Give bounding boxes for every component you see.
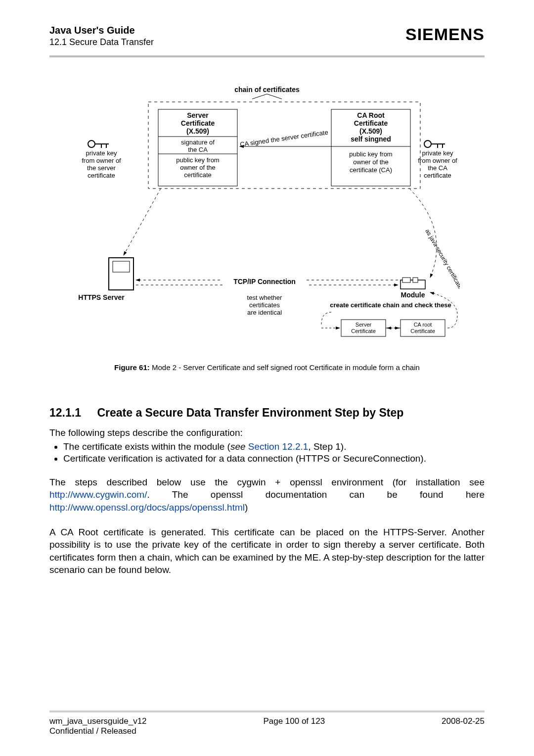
svg-text:create certificate chain and c: create certificate chain and check these	[330, 301, 451, 309]
svg-text:(X.509): (X.509)	[186, 127, 209, 135]
footer-classification: Confidential / Released	[49, 726, 147, 736]
svg-text:as java security certificate: as java security certificate	[424, 228, 460, 290]
link-cygwin[interactable]: http://www.cygwin.com/	[49, 489, 147, 500]
figure-61: chain of certificates Server Certificate…	[49, 82, 485, 372]
config-bullets: The certificate exists within the module…	[63, 441, 485, 464]
svg-text:Certificate: Certificate	[354, 119, 388, 127]
svg-text:Certificate: Certificate	[410, 328, 435, 334]
svg-text:Server: Server	[187, 111, 209, 119]
svg-text:test whether: test whether	[247, 294, 282, 301]
svg-text:CA Root: CA Root	[357, 111, 385, 119]
svg-text:chain of certificates: chain of certificates	[234, 86, 300, 94]
svg-rect-43	[402, 278, 410, 283]
key-icon	[424, 141, 445, 148]
svg-rect-40	[113, 261, 130, 272]
svg-text:private key: private key	[422, 149, 453, 157]
link-openssl[interactable]: http://www.openssl.org/docs/apps/openssl…	[49, 502, 245, 513]
footer-date: 2008-02-25	[442, 716, 485, 736]
footer-page-number: Page 100 of 123	[263, 716, 325, 736]
footer-divider	[49, 710, 485, 712]
svg-text:public key from: public key from	[349, 150, 392, 158]
svg-rect-44	[413, 278, 418, 283]
brand-logo: SIEMENS	[405, 25, 485, 44]
svg-text:Certificate: Certificate	[181, 119, 215, 127]
svg-text:(X.509): (X.509)	[359, 127, 382, 135]
svg-text:the CA: the CA	[188, 146, 208, 153]
svg-text:Server: Server	[356, 322, 372, 328]
diagram-svg: chain of certificates Server Certificate…	[74, 82, 460, 359]
svg-text:owner of the: owner of the	[180, 164, 216, 171]
page-header: Java User's Guide 12.1 Secure Data Trans…	[49, 25, 485, 52]
figure-caption: Figure 61: Mode 2 - Server Certificate a…	[114, 363, 420, 372]
svg-text:the server: the server	[87, 164, 116, 172]
svg-point-21	[88, 141, 95, 147]
svg-text:certificate: certificate	[424, 172, 451, 179]
para-env: The steps described below use the cygwin…	[49, 476, 485, 514]
svg-text:Certificate: Certificate	[351, 328, 376, 334]
para-ca-root: A CA Root certificate is generated. This…	[49, 526, 485, 577]
svg-text:are identical: are identical	[247, 309, 282, 316]
doc-section: 12.1 Secure Data Transfer	[49, 37, 154, 47]
svg-text:private key: private key	[86, 149, 117, 157]
svg-text:Module: Module	[401, 291, 425, 299]
svg-text:owner of the: owner of the	[353, 158, 389, 166]
svg-text:certificates: certificates	[249, 301, 280, 309]
svg-text:certificate (CA): certificate (CA)	[350, 166, 392, 174]
svg-text:self singned: self singned	[351, 135, 391, 143]
bullet-2: Certificate verification is activated fo…	[63, 453, 485, 464]
svg-text:from owner of: from owner of	[418, 157, 457, 164]
svg-text:CA root: CA root	[414, 322, 432, 328]
bullet-1: The certificate exists within the module…	[63, 441, 485, 452]
svg-text:HTTPS Server: HTTPS Server	[78, 293, 125, 301]
page-footer: wm_java_usersguide_v12 Confidential / Re…	[49, 714, 485, 736]
svg-text:TCP/IP Connection: TCP/IP Connection	[233, 278, 296, 285]
svg-text:from owner of: from owner of	[82, 157, 121, 164]
link-section-12-2-1[interactable]: Section 12.2.1	[248, 441, 308, 452]
svg-point-29	[424, 141, 431, 147]
section-heading: 12.1.1 Create a Secure Data Transfer Env…	[49, 406, 485, 420]
svg-text:CA signed the server certifica: CA signed the server certificate	[239, 129, 328, 148]
svg-text:certificate: certificate	[88, 172, 115, 179]
intro-para: The following steps describe the configu…	[49, 426, 485, 439]
svg-text:certificate: certificate	[184, 171, 212, 179]
header-divider	[49, 55, 485, 57]
key-icon	[88, 141, 109, 148]
svg-text:signature of: signature of	[181, 139, 215, 146]
footer-doc-id: wm_java_usersguide_v12	[49, 716, 147, 726]
svg-text:the CA: the CA	[428, 164, 447, 172]
svg-text:public key from: public key from	[176, 156, 219, 164]
doc-title: Java User's Guide	[49, 25, 154, 36]
